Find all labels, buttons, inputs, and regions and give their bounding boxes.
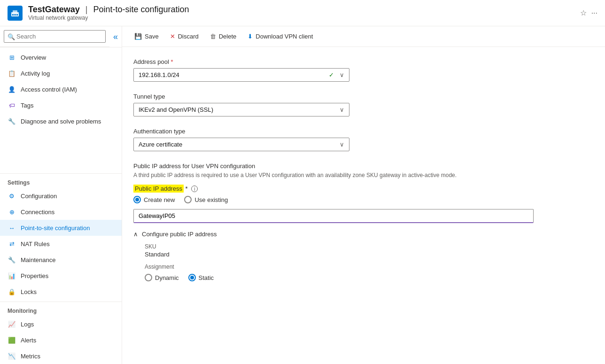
configure-ip-toggle[interactable]: ∧ Configure public IP address: [133, 231, 534, 238]
radio-use-existing-circle[interactable]: [184, 196, 192, 203]
save-label: Save: [145, 33, 159, 40]
tags-icon: 🏷: [8, 101, 16, 109]
sidebar-item-access-control[interactable]: 👤 Access control (IAM): [0, 81, 122, 97]
sidebar-item-maintenance[interactable]: 🔧 Maintenance: [0, 252, 122, 268]
radio-static[interactable]: Static: [188, 274, 214, 281]
save-icon: 💾: [134, 33, 142, 40]
configure-ip-section: ∧ Configure public IP address SKU Standa…: [133, 231, 534, 281]
public-ip-label-row: Public IP address * i: [133, 185, 534, 193]
assignment-radio-group: Dynamic Static: [145, 274, 534, 281]
p2s-icon: ↔: [8, 224, 16, 232]
sku-row: SKU Standard: [145, 243, 534, 258]
auth-type-value: Azure certificate: [139, 141, 182, 148]
radio-dynamic-circle[interactable]: [145, 274, 152, 281]
ip-name-input[interactable]: [133, 209, 534, 223]
sidebar-item-nat[interactable]: ⇄ NAT Rules: [0, 236, 122, 252]
public-ip-required: *: [186, 185, 188, 192]
diagnose-icon: 🔧: [8, 117, 16, 125]
metrics-icon: 📉: [8, 352, 16, 360]
sidebar-label-alerts: Alerts: [21, 337, 36, 344]
sidebar-item-connections[interactable]: ⊕ Connections: [0, 204, 122, 220]
auth-type-label: Authentication type: [133, 128, 534, 135]
delete-button[interactable]: 🗑 Delete: [205, 30, 241, 43]
sidebar-label-diagnose: Diagnose and solve problems: [21, 118, 101, 125]
sku-value: Standard: [145, 251, 534, 258]
sidebar-label-access: Access control (IAM): [21, 86, 77, 93]
radio-static-label: Static: [199, 274, 214, 281]
tunnel-type-label: Tunnel type: [133, 93, 534, 100]
public-ip-label: Public IP address: [133, 185, 184, 193]
delete-icon: 🗑: [210, 33, 216, 40]
address-pool-required: *: [171, 58, 173, 65]
nav-monitoring: 📈 Logs 🟩 Alerts 📉 Metrics: [0, 316, 122, 364]
sidebar-item-alerts[interactable]: 🟩 Alerts: [0, 332, 122, 348]
radio-use-existing[interactable]: Use existing: [184, 196, 228, 203]
sidebar-item-metrics[interactable]: 📉 Metrics: [0, 348, 122, 364]
sku-label: SKU: [145, 243, 534, 250]
nav-main: ⊞ Overview 📋 Activity log 👤 Access contr…: [0, 47, 122, 171]
monitoring-section-header: Monitoring: [0, 302, 122, 316]
radio-create-new-circle[interactable]: [133, 196, 141, 203]
page-header: TestGateway | Point-to-site configuratio…: [0, 0, 605, 26]
sidebar-item-activity-log[interactable]: 📋 Activity log: [0, 65, 122, 81]
resource-type: Virtual network gateway: [28, 15, 189, 21]
sidebar-label-config: Configuration: [21, 193, 57, 200]
sidebar-item-overview[interactable]: ⊞ Overview: [0, 49, 122, 65]
discard-button[interactable]: ✕ Discard: [165, 30, 203, 43]
sidebar-item-diagnose[interactable]: 🔧 Diagnose and solve problems: [0, 113, 122, 129]
download-label: Download VPN client: [256, 33, 313, 40]
assignment-row: Assignment Dynamic Static: [145, 263, 534, 281]
assignment-label: Assignment: [145, 263, 534, 270]
public-ip-section-desc: A third public IP address is required to…: [133, 171, 534, 179]
radio-static-circle[interactable]: [188, 274, 196, 281]
sidebar-label-activity: Activity log: [21, 70, 50, 77]
toolbar: 💾 Save ✕ Discard 🗑 Delete ⬇ Download VPN…: [122, 26, 605, 47]
search-input[interactable]: [4, 30, 106, 43]
save-button[interactable]: 💾 Save: [130, 30, 163, 43]
sidebar-item-logs[interactable]: 📈 Logs: [0, 316, 122, 332]
radio-create-new[interactable]: Create new: [133, 196, 175, 203]
auth-type-select[interactable]: Azure certificate ∨: [133, 138, 349, 151]
nav-settings: ⚙ Configuration ⊕ Connections ↔ Point-to…: [0, 188, 122, 300]
sidebar-item-tags[interactable]: 🏷 Tags: [0, 97, 122, 113]
header-sep: |: [85, 5, 88, 15]
sidebar-label-tags: Tags: [21, 102, 33, 109]
collapse-sidebar-button[interactable]: «: [109, 32, 122, 42]
svg-rect-2: [12, 14, 14, 15]
public-ip-section: Public IP address for User VPN configura…: [133, 163, 534, 281]
address-pool-chevron-icon: ∨: [340, 71, 344, 78]
download-icon: ⬇: [248, 33, 253, 40]
overview-icon: ⊞: [8, 53, 16, 62]
tunnel-type-field: Tunnel type IKEv2 and OpenVPN (SSL) ∨: [133, 93, 534, 116]
more-options-icon[interactable]: ···: [591, 9, 597, 17]
access-icon: 👤: [8, 85, 16, 93]
radio-dynamic[interactable]: Dynamic: [145, 274, 179, 281]
tunnel-type-select[interactable]: IKEv2 and OpenVPN (SSL) ∨: [133, 103, 349, 116]
maintenance-icon: 🔧: [8, 256, 16, 264]
sidebar-item-properties[interactable]: 📊 Properties: [0, 268, 122, 284]
connections-icon: ⊕: [8, 208, 16, 216]
properties-icon: 📊: [8, 271, 16, 280]
check-icon: ✓: [329, 71, 334, 78]
auth-type-field: Authentication type Azure certificate ∨: [133, 128, 534, 151]
search-container: 🔍: [0, 26, 109, 47]
sidebar-item-configuration[interactable]: ⚙ Configuration: [0, 188, 122, 204]
radio-create-new-label: Create new: [144, 196, 175, 203]
form-content: Address pool * 192.168.1.0/24 ✓ ∨ Tunnel…: [122, 47, 545, 304]
delete-label: Delete: [219, 33, 237, 40]
sidebar-label-connections: Connections: [21, 209, 54, 216]
public-ip-info-icon[interactable]: i: [191, 186, 198, 192]
sidebar-item-locks[interactable]: 🔒 Locks: [0, 284, 122, 300]
main-content: 💾 Save ✕ Discard 🗑 Delete ⬇ Download VPN…: [122, 26, 605, 364]
tunnel-type-chevron-icon: ∨: [340, 106, 344, 113]
address-pool-select[interactable]: 192.168.1.0/24 ✓ ∨: [133, 68, 349, 82]
radio-group-create-use: Create new Use existing: [133, 196, 534, 203]
discard-label: Discard: [178, 33, 199, 40]
discard-icon: ✕: [170, 33, 175, 40]
locks-icon: 🔒: [8, 287, 16, 296]
radio-dynamic-label: Dynamic: [155, 274, 179, 281]
download-vpn-button[interactable]: ⬇ Download VPN client: [243, 30, 318, 43]
favorite-icon[interactable]: ☆: [580, 8, 587, 17]
sidebar-item-p2s[interactable]: ↔ Point-to-site configuration: [0, 220, 122, 236]
page-title: Point-to-site configuration: [93, 5, 189, 15]
